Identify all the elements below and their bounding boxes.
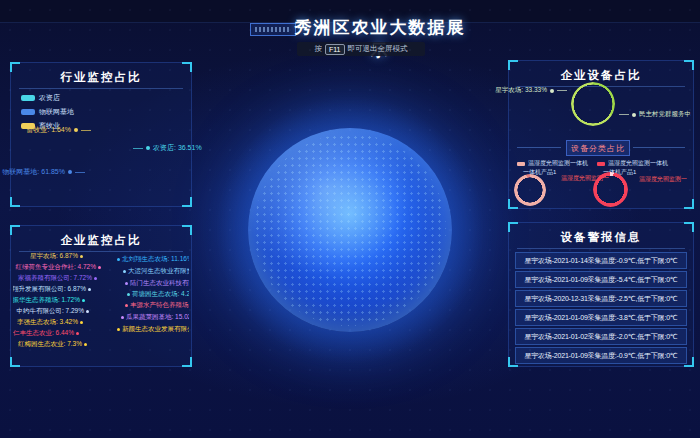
enterprise-panel-title: 企业监控占比 bbox=[11, 233, 191, 248]
chart-label: 畜牧业: 1.64% bbox=[19, 125, 91, 135]
alarms-panel-title: 设备警报信息 bbox=[509, 230, 693, 245]
fullscreen-hint: 按 F11 即可退出全屏模式 bbox=[297, 42, 425, 56]
alarm-list-item: 星宇农场-2021-01-09采集温度:-3.8℃,低于下限:0℃ bbox=[515, 309, 687, 326]
label-dot bbox=[127, 293, 130, 296]
chart-label: 农资店: 36.51% bbox=[133, 143, 202, 153]
chart-label-text: 红梅园生态农业: 7.3% bbox=[18, 340, 82, 349]
alarm-list-item: 星宇农场-2021-01-14采集温度:-0.9℃,低于下限:0℃ bbox=[515, 252, 687, 269]
hint-suffix: 即可退出全屏模式 bbox=[348, 44, 408, 54]
legend-swatch bbox=[21, 95, 35, 101]
alarm-list-item: 星宇农场-2021-01-09采集温度:-5.4℃,低于下限:0℃ bbox=[515, 271, 687, 288]
label-line bbox=[81, 130, 91, 131]
label-dot bbox=[68, 170, 72, 174]
label-dot bbox=[86, 310, 89, 313]
label-dot bbox=[98, 266, 101, 269]
device-donut-chart-left[interactable] bbox=[514, 174, 546, 206]
label-dot bbox=[121, 316, 124, 319]
divider bbox=[517, 147, 561, 148]
chart-label-text: 新颜生态农业发展有限公司: 6.87 bbox=[122, 325, 189, 334]
chart-label-text: 仁丰生态农业: 6.44% bbox=[13, 329, 74, 338]
chart-label: 家福养殖有限公司: 7.72% bbox=[13, 274, 97, 283]
chart-label: 新颜生态农业发展有限公司: 6.87 bbox=[117, 325, 189, 334]
chart-label: 陆门生态农业科技有限公 bbox=[125, 279, 189, 288]
chart-label: 丰源水产特色养殖场: 1. bbox=[125, 301, 189, 310]
label-dot bbox=[74, 128, 78, 132]
label-line bbox=[75, 172, 85, 173]
chart-label-text: 农资店: 36.51% bbox=[153, 143, 202, 153]
label-dot bbox=[76, 332, 79, 335]
chart-label-text: 中约牛有限公司: 7.29% bbox=[16, 307, 84, 316]
chart-label: 北刘翔生态农场: 11.16% bbox=[117, 255, 189, 264]
chart-label-text: 星宇农场: 33.33% bbox=[495, 86, 547, 95]
label-dot bbox=[117, 328, 120, 331]
chart-label: 翔升发展有限公司: 6.87% bbox=[13, 285, 91, 294]
chart-label: 星宇农场: 6.87% bbox=[19, 252, 83, 261]
device-legend[interactable]: 温湿度光照监测一体机 bbox=[597, 159, 668, 168]
label-line bbox=[619, 114, 629, 115]
device-donut-chart-right[interactable] bbox=[593, 172, 628, 207]
chart-label: 红梅园生态农业: 7.3% bbox=[13, 340, 87, 349]
chart-label-text: 振华生态养殖场: 1.72% bbox=[13, 296, 80, 305]
chart-label-text: 翔升发展有限公司: 6.87% bbox=[13, 285, 86, 294]
device-legend[interactable]: 温湿度光照监测一体机 bbox=[517, 159, 588, 168]
label-dot bbox=[94, 277, 97, 280]
device-class-subtitle: 设备分类占比 bbox=[566, 140, 630, 156]
corner-decoration bbox=[182, 357, 192, 367]
label-dot bbox=[80, 321, 83, 324]
legend-swatch bbox=[21, 109, 35, 115]
alarm-list-item: 星宇农场-2020-12-31采集温度:-2.5℃,低于下限:0℃ bbox=[515, 290, 687, 307]
corner-decoration bbox=[182, 197, 192, 207]
divider bbox=[633, 147, 685, 148]
chart-label: 物联网基地: 61.85% bbox=[17, 167, 85, 177]
chart-label: 荷塘园生态农场: 4.29 bbox=[127, 290, 189, 299]
chart-label: 大运河生态牧业有限责任公 bbox=[123, 267, 189, 276]
panel-enterprise-ratio: 企业监控占比 星宇农场: 6.87% 红绿荷鱼专业合作社: 4.72% 家福养殖… bbox=[10, 225, 192, 367]
corner-decoration bbox=[508, 199, 518, 209]
chart-label-text: 瓜果蔬菜园基地: 15.02% bbox=[126, 313, 189, 322]
equipment-donut-chart[interactable] bbox=[571, 82, 615, 126]
chart-label-text: 丰源水产特色养殖场: 1. bbox=[130, 301, 189, 310]
chart-label-text: 红绿荷鱼专业合作社: 4.72% bbox=[15, 263, 96, 272]
industry-panel-title: 行业监控占比 bbox=[11, 70, 191, 85]
industry-donut-chart[interactable] bbox=[80, 135, 128, 183]
chart-label: 星宇农场: 33.33% bbox=[511, 86, 567, 95]
chart-label-text: 民主村党群服务中心: bbox=[639, 110, 691, 119]
legend-swatch bbox=[597, 162, 605, 166]
chart-label: 红绿荷鱼专业合作社: 4.72% bbox=[13, 263, 101, 272]
label-line bbox=[133, 148, 143, 149]
chart-label: 仁丰生态农业: 6.44% bbox=[13, 329, 79, 338]
label-dot bbox=[84, 343, 87, 346]
label-dot bbox=[550, 89, 554, 93]
logo-badge bbox=[250, 23, 296, 36]
chart-label-text: 物联网基地: 61.85% bbox=[2, 167, 65, 177]
divider bbox=[19, 88, 183, 89]
chart-label: 中约牛有限公司: 7.29% bbox=[13, 307, 89, 316]
hint-prefix: 按 bbox=[314, 44, 322, 54]
chart-label-text: 家福养殖有限公司: 7.72% bbox=[18, 274, 92, 283]
panel-device-alarms: 设备警报信息 星宇农场-2021-01-14采集温度:-0.9℃,低于下限:0℃… bbox=[508, 222, 694, 367]
chart-label-text: 荷塘园生态农场: 4.29 bbox=[132, 290, 189, 299]
label-dot bbox=[125, 304, 128, 307]
panel-industry-ratio: 行业监控占比 农资店 物联网基地 畜牧业 畜牧业: 1.64% 农资店: 36.… bbox=[10, 62, 192, 207]
chart-label-text: 星宇农场: 6.87% bbox=[30, 252, 78, 261]
f11-keycap: F11 bbox=[325, 44, 345, 55]
legend-item[interactable]: 物联网基地 bbox=[21, 107, 74, 117]
legend-item[interactable]: 农资店 bbox=[21, 93, 74, 103]
label-dot bbox=[88, 288, 91, 291]
device-callout: 温湿度光照监测一 bbox=[639, 175, 687, 184]
label-dot bbox=[82, 299, 85, 302]
alarm-list-item: 星宇农场-2021-01-09采集温度:-0.9℃,低于下限:0℃ bbox=[515, 347, 687, 364]
label-dot bbox=[632, 113, 636, 117]
label-dot bbox=[80, 255, 83, 258]
alarm-list-item: 星宇农场-2021-01-02采集温度:-2.0℃,低于下限:0℃ bbox=[515, 328, 687, 345]
chart-label-text: 畜牧业: 1.64% bbox=[26, 125, 71, 135]
legend-label: 物联网基地 bbox=[39, 107, 74, 117]
legend-label: 农资店 bbox=[39, 93, 60, 103]
legend-label: 温湿度光照监测一体机 bbox=[528, 159, 588, 168]
dashboard: 秀洲区农业大数据展示 按 F11 即可退出全屏模式 行业监控占比 农资店 物联网… bbox=[0, 0, 700, 438]
chart-label-text: 北刘翔生态农场: 11.16% bbox=[122, 255, 189, 264]
label-dot bbox=[117, 258, 120, 261]
corner-decoration bbox=[10, 357, 20, 367]
chart-label-text: 陆门生态农业科技有限公 bbox=[130, 279, 189, 288]
equipment-panel-title: 企业设备占比 bbox=[509, 68, 693, 83]
